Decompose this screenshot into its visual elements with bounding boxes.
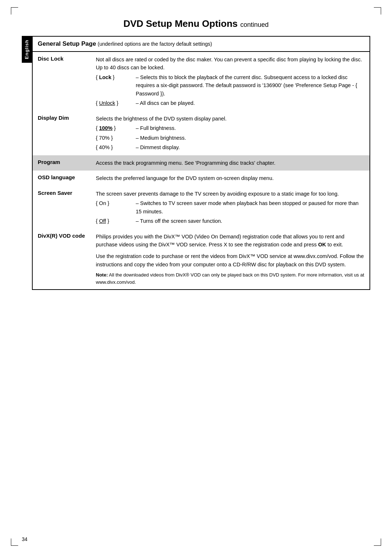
divx-intro: Philips provides you with the DivX™ VOD … (96, 234, 344, 247)
content-box: General Setup Page (underlined options a… (32, 36, 370, 290)
option-label-divx: DivX(R) VOD code (33, 229, 91, 290)
disc-lock-intro: Not all discs are rated or coded by the … (96, 57, 362, 70)
disc-lock-option-unlock: { Unlock } – All discs can be played. (96, 99, 364, 107)
unlock-desc: – All discs can be played. (136, 99, 364, 107)
option-label-screen-saver: Screen Saver (33, 186, 91, 229)
page-number: 34 (22, 536, 28, 542)
page-title-main: DVD Setup Menu Options (123, 18, 238, 29)
option-content-disc-lock: Not all discs are rated or coded by the … (91, 52, 369, 111)
display-dim-100: { 100% } – Full brightness. (96, 124, 364, 132)
table-row: OSD language Selects the preferred langu… (33, 171, 369, 186)
sidebar-english-tab: English (22, 36, 32, 63)
osd-intro: Selects the preferred language for the D… (96, 175, 274, 181)
on-label: { On } (96, 199, 136, 207)
page-number-value: 34 (22, 536, 28, 542)
70pct-label: { 70% } (96, 134, 136, 142)
divx-para2: Use the registration code to purchase or… (96, 252, 364, 269)
70pct-desc: – Medium brightness. (136, 134, 364, 142)
option-content-divx: Philips provides you with the DivX™ VOD … (91, 229, 369, 290)
40pct-desc: – Dimmest display. (136, 143, 364, 151)
options-table: Disc Lock Not all discs are rated or cod… (33, 52, 369, 289)
unlock-label: { Unlock } (96, 99, 136, 107)
general-setup-subtitle: (underlined options are the factory defa… (98, 41, 212, 47)
option-label-display-dim: Display Dim (33, 111, 91, 155)
corner-mark-bottom-right (374, 538, 381, 546)
general-setup-header: General Setup Page (underlined options a… (33, 37, 369, 52)
program-intro: Access the track programming menu. See '… (96, 160, 275, 166)
table-row: Display Dim Selects the brightness of th… (33, 111, 369, 155)
display-dim-70: { 70% } – Medium brightness. (96, 134, 364, 142)
option-content-display-dim: Selects the brightness of the DVD system… (91, 111, 369, 155)
table-row: Program Access the track programming men… (33, 155, 369, 171)
option-label-osd: OSD language (33, 171, 91, 186)
option-label-program: Program (33, 155, 91, 171)
table-row: DivX(R) VOD code Philips provides you wi… (33, 229, 369, 290)
option-content-osd: Selects the preferred language for the D… (91, 171, 369, 186)
divx-note: Note: All the downloaded videos from Div… (96, 271, 364, 286)
option-content-screen-saver: The screen saver prevents damage to the … (91, 186, 369, 229)
corner-mark-top-right (374, 7, 381, 15)
main-content: English General Setup Page (underlined o… (22, 36, 370, 290)
screen-saver-on: { On } – Switches to TV screen saver mod… (96, 199, 364, 216)
corner-mark-bottom-left (11, 538, 18, 546)
option-label-disc-lock: Disc Lock (33, 52, 91, 111)
on-desc: – Switches to TV screen saver mode when … (136, 199, 364, 216)
option-content-program: Access the track programming menu. See '… (91, 155, 369, 171)
100pct-label: { 100% } (96, 124, 136, 132)
off-desc: – Turns off the screen saver function. (136, 217, 364, 225)
corner-mark-top-left (11, 7, 18, 15)
general-setup-title: General Setup Page (38, 40, 96, 47)
40pct-label: { 40% } (96, 143, 136, 151)
screen-saver-intro: The screen saver prevents damage to the … (96, 191, 339, 197)
sidebar-label: English (24, 40, 29, 59)
page-title: DVD Setup Menu Options continued (22, 18, 370, 29)
table-row: Disc Lock Not all discs are rated or cod… (33, 52, 369, 111)
disc-lock-option-lock: { Lock } – Selects this to block the pla… (96, 73, 364, 98)
off-label: { Off } (96, 217, 136, 225)
lock-desc: – Selects this to block the playback of … (136, 73, 364, 98)
page-container: DVD Setup Menu Options continued English… (0, 0, 392, 553)
lock-label: { Lock } (96, 73, 136, 81)
table-row: Screen Saver The screen saver prevents d… (33, 186, 369, 229)
screen-saver-off: { Off } – Turns off the screen saver fun… (96, 217, 364, 225)
100pct-desc: – Full brightness. (136, 124, 364, 132)
display-dim-intro: Selects the brightness of the DVD system… (96, 116, 226, 122)
page-title-continued: continued (240, 21, 269, 28)
display-dim-40: { 40% } – Dimmest display. (96, 143, 364, 151)
